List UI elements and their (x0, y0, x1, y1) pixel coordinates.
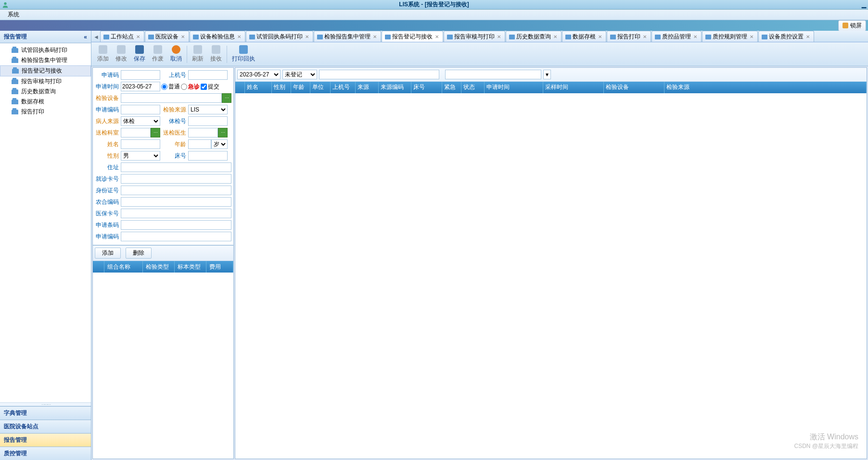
close-icon[interactable]: ✕ (180, 34, 186, 39)
close-icon[interactable]: ✕ (552, 34, 558, 39)
id-card-input[interactable] (121, 186, 231, 195)
splitter-grip[interactable] (0, 402, 91, 406)
apply-time-input[interactable] (121, 82, 160, 91)
tab-qc-rule[interactable]: 质控规则管理✕ (702, 31, 758, 42)
name-input[interactable] (121, 139, 160, 149)
void-icon (153, 45, 162, 54)
test-source-select[interactable]: LIS (188, 105, 228, 114)
nav-dict-manage[interactable]: 字典管理 (0, 406, 91, 420)
close-icon[interactable]: ✕ (642, 34, 648, 39)
tree-item-report-print[interactable]: 报告打印 (0, 107, 91, 117)
refresh-button[interactable]: 刷新 (189, 44, 206, 64)
add-icon (99, 45, 107, 54)
lock-screen-button[interactable]: 锁屏 (838, 20, 866, 31)
filter-status-select[interactable]: 未登记 (282, 70, 317, 79)
tree-item-barcode-print[interactable]: 试管回执条码打印 (0, 45, 91, 55)
close-icon[interactable]: ✕ (597, 34, 603, 39)
tree-item-history-query[interactable]: 历史数据查询 (0, 87, 91, 97)
apply-code-input[interactable] (121, 70, 160, 80)
tab-report-manage[interactable]: 检验报告集中管理✕ (314, 31, 381, 42)
tree-item-report-audit[interactable]: 报告审核与打印 (0, 76, 91, 87)
tab-data-stub[interactable]: 数据存根✕ (562, 31, 606, 42)
send-doctor-input[interactable] (188, 128, 218, 137)
add-button[interactable]: 添加 (94, 44, 112, 64)
nav-qc-manage[interactable]: 质控管理 (0, 447, 91, 460)
filter-text2-input[interactable] (445, 70, 541, 79)
bed-no-input[interactable] (188, 151, 228, 161)
tab-history-query[interactable]: 历史数据查询✕ (506, 31, 562, 42)
edit-button[interactable]: 修改 (113, 44, 130, 64)
send-dept-input[interactable] (121, 128, 151, 137)
tab-device-test-info[interactable]: 设备检验信息✕ (190, 31, 245, 42)
close-icon[interactable]: ✕ (434, 34, 440, 39)
tab-barcode-print[interactable]: 试管回执条码打印✕ (246, 31, 313, 42)
cancel-button[interactable]: 取消 (167, 44, 185, 64)
rural-code-input[interactable] (121, 197, 231, 207)
main-grid-header: 姓名 性别 年龄 单位 上机号 来源 来源编码 床号 紧急 状态 申请时间 采样… (235, 82, 867, 93)
close-icon[interactable]: ✕ (805, 34, 811, 39)
submit-checkbox[interactable] (201, 84, 207, 90)
address-label: 住址 (95, 163, 121, 172)
sub-add-button[interactable]: 添加 (95, 248, 121, 259)
test-device-label: 检验设备 (95, 94, 121, 102)
filter-date-select[interactable]: 2023-05-27 (237, 70, 281, 79)
printer-icon (12, 99, 18, 104)
close-icon[interactable]: ✕ (236, 34, 242, 39)
close-icon[interactable]: ✕ (496, 34, 502, 39)
normal-radio[interactable] (161, 84, 167, 90)
visit-card-input[interactable] (121, 174, 231, 184)
send-doctor-lookup-button[interactable]: ⋯ (218, 128, 228, 137)
save-button[interactable]: 保存 (131, 44, 148, 64)
medicare-input[interactable] (121, 209, 231, 218)
close-icon[interactable]: ✕ (304, 34, 310, 39)
sidebar: 报告管理 « 试管回执条码打印 检验报告集中管理 报告登记与接收 报告审核与打印… (0, 31, 91, 460)
close-icon[interactable]: ✕ (135, 34, 141, 39)
tab-report-audit[interactable]: 报告审核与打印✕ (444, 31, 505, 42)
apply-barcode-input[interactable] (121, 220, 231, 230)
tab-scroll-left[interactable]: ◄ (92, 32, 100, 42)
apply-code2-input[interactable] (121, 232, 231, 241)
tab-hospital-device[interactable]: 医院设备✕ (145, 31, 189, 42)
print-receipt-button[interactable]: 打印回执 (229, 44, 258, 64)
apply-no-input[interactable] (121, 105, 160, 114)
receive-button[interactable]: 接收 (207, 44, 225, 64)
tab-workstation[interactable]: 工作站点✕ (100, 31, 144, 42)
urgent-radio[interactable] (181, 84, 187, 90)
tab-icon (317, 35, 323, 39)
printer-icon (12, 48, 18, 53)
tab-device-qc-setting[interactable]: 设备质控设置✕ (758, 31, 814, 42)
nav-report-manage[interactable]: 报告管理 (0, 433, 91, 447)
filter-text1-input[interactable] (319, 70, 439, 79)
filter-dropdown-button[interactable]: ▾ (543, 70, 551, 79)
receive-icon (212, 45, 220, 54)
address-input[interactable] (121, 162, 231, 172)
gender-select[interactable]: 男 (121, 151, 160, 161)
printer-icon (12, 58, 18, 63)
nav-hospital-device[interactable]: 医院设备站点 (0, 420, 91, 433)
form-panel: 申请码 上机号 申请时间 普通 急诊 提交 (92, 67, 234, 459)
close-icon[interactable]: ✕ (749, 34, 754, 39)
exam-no-input[interactable] (188, 116, 228, 126)
send-dept-lookup-button[interactable]: ⋯ (151, 128, 160, 137)
machine-no-input[interactable] (188, 70, 228, 80)
age-unit-select[interactable]: 岁 (211, 139, 228, 149)
test-device-input[interactable] (121, 93, 222, 103)
close-icon[interactable]: ✕ (372, 34, 378, 39)
patient-source-select[interactable]: 体检 (121, 116, 160, 126)
sub-delete-button[interactable]: 删除 (126, 248, 152, 259)
collapse-icon[interactable]: « (84, 34, 87, 40)
test-device-lookup-button[interactable]: ⋯ (222, 93, 231, 103)
tab-report-print[interactable]: 报告打印✕ (607, 31, 651, 42)
tab-report-register[interactable]: 报告登记与接收✕ (382, 31, 443, 42)
tree-item-report-register[interactable]: 报告登记与接收 (0, 65, 91, 76)
age-input[interactable] (188, 139, 211, 149)
menu-system[interactable]: 系统 (4, 10, 23, 20)
rural-code-label: 农合编码 (95, 198, 121, 206)
close-icon[interactable]: ✕ (692, 34, 698, 39)
user-icon (2, 1, 9, 8)
tab-qc-product[interactable]: 质控品管理✕ (651, 31, 702, 42)
void-button[interactable]: 作废 (149, 44, 166, 64)
tree-item-report-manage[interactable]: 检验报告集中管理 (0, 55, 91, 65)
tree-item-data-stub[interactable]: 数据存根 (0, 97, 91, 107)
minimize-icon[interactable]: ▁ (862, 1, 866, 8)
